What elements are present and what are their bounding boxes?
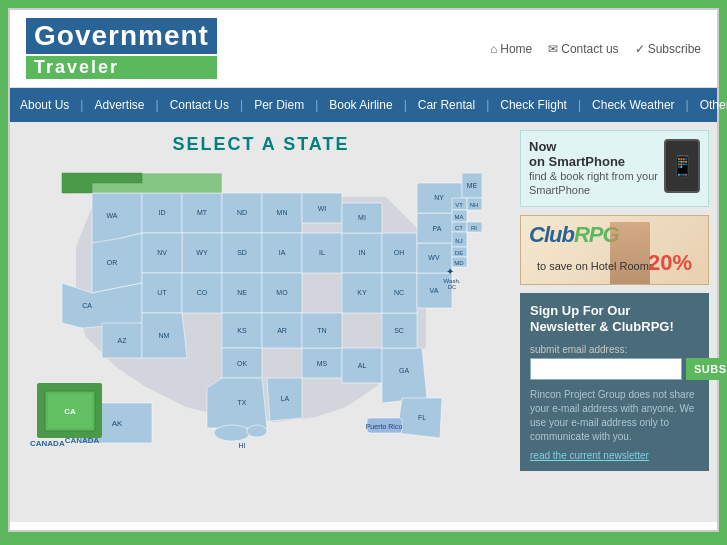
canada-map-area[interactable]: CA (37, 383, 102, 438)
svg-text:RI: RI (471, 225, 477, 231)
nav-about-us[interactable]: About Us (10, 88, 79, 122)
svg-text:NC: NC (394, 289, 404, 296)
svg-text:DC: DC (448, 284, 457, 290)
svg-text:NV: NV (157, 249, 167, 256)
svg-text:MN: MN (277, 209, 288, 216)
svg-text:WV: WV (428, 254, 440, 261)
newsletter-disclaimer: Rincon Project Group does not share your… (530, 388, 699, 444)
email-label: submit email address: (530, 344, 699, 355)
svg-text:ND: ND (237, 209, 247, 216)
svg-text:VT: VT (455, 202, 463, 208)
svg-text:GA: GA (399, 367, 409, 374)
svg-text:NM: NM (159, 332, 170, 339)
subscribe-button[interactable]: SUBSCRIBE (686, 358, 727, 380)
svg-text:TN: TN (317, 327, 326, 334)
outer-wrapper: Government Traveler ⌂ Home ✉ Contact us … (0, 0, 727, 540)
svg-text:ME: ME (467, 182, 478, 189)
smartphone-banner[interactable]: Now on SmartPhone find & book right from… (520, 130, 709, 207)
nav-car-rental[interactable]: Car Rental (408, 88, 485, 122)
smartphone-find: find & book right from your SmartPhone (529, 169, 658, 198)
header-home-link[interactable]: ⌂ Home (490, 42, 532, 56)
svg-text:MA: MA (455, 214, 464, 220)
svg-text:WI: WI (318, 205, 327, 212)
main-content: SELECT A STATE WA OR (10, 122, 717, 522)
svg-text:ID: ID (159, 209, 166, 216)
header-contact-link[interactable]: ✉ Contact us (548, 42, 618, 56)
smartphone-on-sp: on SmartPhone (529, 154, 658, 169)
svg-text:MO: MO (276, 289, 288, 296)
club-rpg-person (610, 222, 650, 285)
canada-label: CANADA (30, 439, 65, 448)
map-svg-container: WA OR CA ID MT WY NV (22, 163, 500, 453)
map-area: SELECT A STATE WA OR (10, 122, 512, 522)
map-title: SELECT A STATE (22, 134, 500, 155)
nav-bar: About Us | Advertise | Contact Us | Per … (10, 88, 717, 122)
svg-text:AK: AK (112, 419, 123, 428)
svg-text:MD: MD (454, 260, 464, 266)
newsletter-box: Sign Up For Our Newsletter & ClubRPG! su… (520, 293, 709, 472)
svg-text:TX: TX (238, 399, 247, 406)
svg-text:MS: MS (317, 360, 328, 367)
svg-text:✦: ✦ (446, 266, 454, 277)
svg-text:AR: AR (277, 327, 287, 334)
svg-text:IN: IN (359, 249, 366, 256)
home-icon: ⌂ (490, 42, 497, 56)
svg-text:AZ: AZ (118, 337, 128, 344)
nav-check-weather[interactable]: Check Weather (582, 88, 684, 122)
svg-text:CT: CT (455, 225, 463, 231)
smartphone-text: Now on SmartPhone find & book right from… (529, 139, 658, 198)
svg-text:DE: DE (455, 250, 463, 256)
footer (10, 522, 717, 530)
header-subscribe-link[interactable]: ✓ Subscribe (635, 42, 701, 56)
club-rpg-save-text: to save on Hotel Rooms (537, 260, 654, 272)
svg-text:KY: KY (357, 289, 367, 296)
newsletter-title: Sign Up For Our Newsletter & ClubRPG! (530, 303, 699, 337)
newsletter-form: SUBSCRIBE (530, 358, 699, 380)
club-rpg-banner[interactable]: ClubRPG to save on Hotel Rooms 20% (520, 215, 709, 285)
svg-text:UT: UT (157, 289, 167, 296)
svg-text:VA: VA (430, 287, 439, 294)
svg-text:HI: HI (239, 442, 246, 449)
nav-other-sites[interactable]: Other sites (690, 88, 727, 122)
svg-text:NH: NH (470, 202, 479, 208)
logo-traveler: Traveler (26, 56, 217, 79)
newsletter-current-link[interactable]: read the current newsletter (530, 450, 699, 461)
header-nav: ⌂ Home ✉ Contact us ✓ Subscribe (490, 42, 701, 56)
svg-text:AL: AL (358, 362, 367, 369)
nav-advertise[interactable]: Advertise (84, 88, 154, 122)
svg-text:NY: NY (434, 194, 444, 201)
email-icon: ✉ (548, 42, 558, 56)
svg-text:WY: WY (196, 249, 208, 256)
svg-text:NE: NE (237, 289, 247, 296)
svg-text:LA: LA (281, 395, 290, 402)
svg-text:OK: OK (237, 360, 247, 367)
svg-text:MI: MI (358, 214, 366, 221)
svg-text:KS: KS (237, 327, 247, 334)
svg-text:FL: FL (418, 414, 426, 421)
svg-text:OR: OR (107, 259, 118, 266)
club-rpg-percent: 20% (648, 250, 692, 276)
svg-text:NJ: NJ (455, 238, 462, 244)
nav-book-airline[interactable]: Book Airline (319, 88, 402, 122)
nav-check-flight[interactable]: Check Flight (490, 88, 577, 122)
logo-government: Government (26, 18, 217, 54)
logo-area: Government Traveler (26, 18, 217, 79)
svg-text:SC: SC (394, 327, 404, 334)
svg-text:SD: SD (237, 249, 247, 256)
email-input[interactable] (530, 358, 682, 380)
svg-text:Puerto Rico: Puerto Rico (366, 423, 403, 430)
club-rpg-inner: ClubRPG to save on Hotel Rooms 20% (529, 222, 700, 278)
check-icon: ✓ (635, 42, 645, 56)
svg-text:IL: IL (319, 249, 325, 256)
svg-text:MT: MT (197, 209, 208, 216)
nav-per-diem[interactable]: Per Diem (244, 88, 314, 122)
header: Government Traveler ⌂ Home ✉ Contact us … (10, 10, 717, 88)
svg-text:IA: IA (279, 249, 286, 256)
smartphone-icon (664, 139, 700, 193)
svg-text:WA: WA (106, 212, 117, 219)
svg-text:OH: OH (394, 249, 405, 256)
nav-contact-us[interactable]: Contact Us (160, 88, 239, 122)
inner-wrapper: Government Traveler ⌂ Home ✉ Contact us … (8, 8, 719, 532)
svg-text:CO: CO (197, 289, 208, 296)
svg-text:PA: PA (433, 225, 442, 232)
